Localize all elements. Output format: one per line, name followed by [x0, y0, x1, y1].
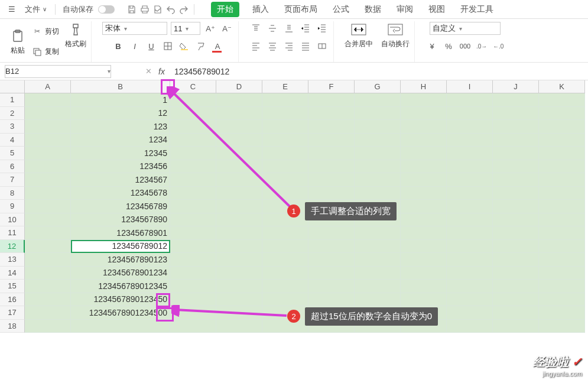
cell-A10[interactable] [25, 213, 71, 227]
tab-pagelayout[interactable]: 页面布局 [282, 2, 320, 17]
cell-J15[interactable] [493, 280, 539, 293]
cell-I11[interactable] [447, 226, 493, 240]
cell-C13[interactable] [170, 253, 216, 267]
select-all-corner[interactable] [0, 80, 25, 93]
cell-H12[interactable] [401, 240, 447, 254]
fill-color-button[interactable] [178, 40, 191, 53]
wrap-text-button[interactable]: 自动换行 [381, 21, 410, 49]
cell-B8[interactable]: 12345678 [71, 187, 170, 200]
row-header[interactable]: 1 [0, 93, 25, 107]
cell-F4[interactable] [308, 134, 355, 147]
cell-G2[interactable] [355, 107, 401, 121]
currency-button[interactable]: ¥ [425, 40, 438, 53]
app-menu-icon[interactable]: ☰ [5, 4, 19, 15]
cell-A9[interactable] [25, 200, 71, 213]
cell-H15[interactable] [401, 280, 447, 293]
redo-icon[interactable] [178, 4, 189, 15]
cell-F13[interactable] [308, 253, 355, 267]
cell-F16[interactable] [308, 293, 355, 307]
cell-B16[interactable]: 1234567890123450 [71, 293, 170, 307]
merge-split-icon[interactable] [316, 40, 329, 53]
cell-I14[interactable] [447, 267, 493, 280]
cell-D16[interactable] [216, 293, 262, 307]
cell-K5[interactable] [539, 147, 585, 160]
cell-A13[interactable] [25, 253, 71, 267]
cell-J18[interactable] [493, 320, 539, 333]
row-header[interactable]: 3 [0, 120, 25, 134]
cell-G1[interactable] [355, 93, 401, 107]
cell-E12[interactable] [262, 240, 308, 254]
tab-view[interactable]: 视图 [426, 2, 447, 17]
cell-J5[interactable] [493, 147, 539, 160]
increase-font-icon[interactable]: A⁺ [204, 22, 217, 35]
cell-K1[interactable] [539, 93, 585, 107]
cell-I3[interactable] [447, 120, 493, 134]
cell-G3[interactable] [355, 120, 401, 134]
cell-F6[interactable] [308, 160, 355, 174]
cell-B18[interactable] [71, 320, 170, 333]
format-painter-button[interactable]: 格式刷 [65, 21, 86, 62]
cell-G4[interactable] [355, 134, 401, 147]
cell-B1[interactable]: 1 [71, 93, 170, 107]
percent-button[interactable]: % [442, 40, 455, 53]
decrease-decimal-icon[interactable]: ←.0 [492, 40, 505, 53]
align-left-icon[interactable] [249, 40, 262, 53]
align-center-icon[interactable] [266, 40, 279, 53]
cell-H8[interactable] [401, 187, 447, 200]
cell-H6[interactable] [401, 160, 447, 174]
cell-F8[interactable] [308, 187, 355, 200]
cell-A11[interactable] [25, 226, 71, 240]
cell-A5[interactable] [25, 147, 71, 160]
row-header[interactable]: 10 [0, 213, 25, 227]
cell-K18[interactable] [539, 320, 585, 333]
bold-button[interactable]: B [112, 40, 125, 53]
cell-A4[interactable] [25, 134, 71, 147]
cell-J17[interactable] [493, 306, 539, 320]
cell-I13[interactable] [447, 253, 493, 267]
cell-H3[interactable] [401, 120, 447, 134]
cell-J11[interactable] [493, 226, 539, 240]
cell-I1[interactable] [447, 93, 493, 107]
cell-J13[interactable] [493, 253, 539, 267]
cell-K12[interactable] [539, 240, 585, 254]
file-menu[interactable]: 文件 ∨ [21, 3, 50, 16]
cell-I15[interactable] [447, 280, 493, 293]
fx-icon[interactable]: fx [158, 67, 165, 76]
cell-B2[interactable]: 12 [71, 107, 170, 121]
row-header[interactable]: 4 [0, 134, 25, 147]
cell-J1[interactable] [493, 93, 539, 107]
cell-F12[interactable] [308, 240, 355, 254]
tab-dev[interactable]: 开发工具 [458, 2, 496, 17]
cell-H5[interactable] [401, 147, 447, 160]
cell-C14[interactable] [170, 267, 216, 280]
cell-C12[interactable] [170, 240, 216, 254]
cell-E15[interactable] [262, 280, 308, 293]
cell-G15[interactable] [355, 280, 401, 293]
cell-G6[interactable] [355, 160, 401, 174]
copy-button[interactable]: 复制 [32, 47, 59, 57]
cell-G11[interactable] [355, 226, 401, 240]
cell-K7[interactable] [539, 173, 585, 187]
cell-G16[interactable] [355, 293, 401, 307]
border-button[interactable] [161, 40, 174, 53]
cell-A14[interactable] [25, 267, 71, 280]
font-color-button[interactable]: A [211, 40, 224, 53]
row-header[interactable]: 6 [0, 160, 25, 174]
font-name-dropdown[interactable]: 宋体▾ [102, 22, 167, 35]
cell-B12[interactable]: 123456789012 [71, 240, 170, 254]
cell-A16[interactable] [25, 293, 71, 307]
row-header[interactable]: 9 [0, 200, 25, 213]
print-icon[interactable] [139, 4, 150, 15]
cut-button[interactable]: ✂剪切 [32, 26, 59, 37]
col-header-G[interactable]: G [355, 80, 401, 93]
cell-H14[interactable] [401, 267, 447, 280]
cell-K2[interactable] [539, 107, 585, 121]
cell-F2[interactable] [308, 107, 355, 121]
tab-review[interactable]: 审阅 [394, 2, 415, 17]
underline-button[interactable]: U [145, 40, 158, 53]
cell-D12[interactable] [216, 240, 262, 254]
col-header-A[interactable]: A [25, 80, 71, 93]
increase-decimal-icon[interactable]: .0→ [475, 40, 488, 53]
cell-F3[interactable] [308, 120, 355, 134]
row-header[interactable]: 18 [0, 320, 25, 333]
